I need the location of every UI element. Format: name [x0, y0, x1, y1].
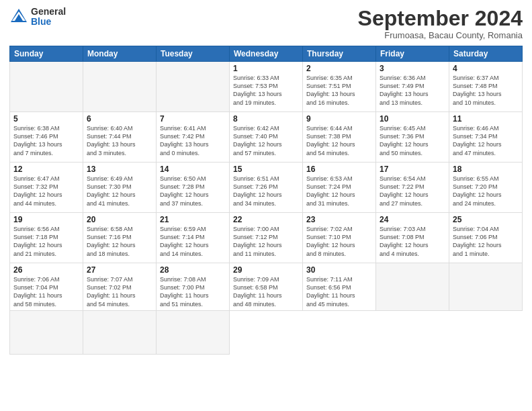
day-number: 17 — [380, 165, 445, 174]
day-cell-3: 3 Sunrise: 6:36 AMSunset: 7:49 PMDayligh… — [376, 62, 449, 112]
day-info: Sunrise: 7:02 AMSunset: 7:10 PMDaylight:… — [306, 225, 372, 258]
header-sunday: Sunday — [10, 46, 83, 62]
empty-cell — [157, 310, 230, 354]
day-cell-14: 14 Sunrise: 6:50 AMSunset: 7:28 PMDaylig… — [157, 163, 230, 213]
day-cell-11: 11 Sunrise: 6:46 AMSunset: 7:34 PMDaylig… — [449, 112, 523, 163]
day-info: Sunrise: 7:06 AMSunset: 7:04 PMDaylight:… — [13, 275, 79, 308]
day-info: Sunrise: 6:58 AMSunset: 7:16 PMDaylight:… — [87, 225, 152, 258]
day-cell-10: 10 Sunrise: 6:45 AMSunset: 7:36 PMDaylig… — [376, 112, 449, 163]
day-number: 25 — [453, 215, 519, 224]
header-friday: Friday — [376, 46, 449, 62]
header-thursday: Thursday — [303, 46, 376, 62]
empty-cell — [10, 310, 83, 354]
day-info: Sunrise: 6:40 AMSunset: 7:44 PMDaylight:… — [87, 124, 152, 157]
day-number: 26 — [13, 265, 79, 275]
day-number: 13 — [87, 165, 152, 174]
day-number: 10 — [380, 114, 445, 124]
day-info: Sunrise: 6:41 AMSunset: 7:42 PMDaylight:… — [160, 124, 226, 157]
day-info: Sunrise: 6:46 AMSunset: 7:34 PMDaylight:… — [453, 124, 519, 157]
day-cell-25: 25 Sunrise: 7:04 AMSunset: 7:06 PMDaylig… — [449, 213, 523, 263]
day-cell-24: 24 Sunrise: 7:03 AMSunset: 7:08 PMDaylig… — [376, 213, 449, 263]
day-cell-9: 9 Sunrise: 6:44 AMSunset: 7:38 PMDayligh… — [303, 112, 376, 163]
day-number: 22 — [233, 215, 299, 224]
day-number: 11 — [453, 114, 519, 124]
day-info: Sunrise: 6:37 AMSunset: 7:48 PMDaylight:… — [453, 74, 519, 107]
header-saturday: Saturday — [449, 46, 523, 62]
day-cell-21: 21 Sunrise: 6:59 AMSunset: 7:14 PMDaylig… — [157, 213, 230, 263]
day-number: 21 — [160, 215, 226, 224]
day-number: 30 — [306, 265, 372, 275]
day-info: Sunrise: 6:44 AMSunset: 7:38 PMDaylight:… — [306, 124, 372, 157]
day-number: 23 — [306, 215, 372, 224]
empty-cell — [83, 62, 157, 112]
day-info: Sunrise: 6:33 AMSunset: 7:53 PMDaylight:… — [233, 74, 299, 107]
day-number: 19 — [13, 215, 79, 224]
day-info: Sunrise: 7:07 AMSunset: 7:02 PMDaylight:… — [87, 275, 152, 308]
day-info: Sunrise: 6:51 AMSunset: 7:26 PMDaylight:… — [233, 175, 299, 208]
day-info: Sunrise: 7:03 AMSunset: 7:08 PMDaylight:… — [380, 225, 445, 258]
day-cell-7: 7 Sunrise: 6:41 AMSunset: 7:42 PMDayligh… — [157, 112, 230, 163]
day-number: 14 — [160, 165, 226, 174]
day-number: 29 — [233, 265, 299, 275]
day-cell-28: 28 Sunrise: 7:08 AMSunset: 7:00 PMDaylig… — [157, 263, 230, 311]
day-info: Sunrise: 7:00 AMSunset: 7:12 PMDaylight:… — [233, 225, 299, 258]
day-info: Sunrise: 7:11 AMSunset: 6:56 PMDaylight:… — [306, 275, 372, 308]
day-info: Sunrise: 6:50 AMSunset: 7:28 PMDaylight:… — [160, 175, 226, 208]
logo-blue-text: Blue — [31, 17, 66, 27]
day-cell-4: 4 Sunrise: 6:37 AMSunset: 7:48 PMDayligh… — [449, 62, 523, 112]
day-info: Sunrise: 7:08 AMSunset: 7:00 PMDaylight:… — [160, 275, 226, 308]
header-tuesday: Tuesday — [157, 46, 230, 62]
day-info: Sunrise: 6:56 AMSunset: 7:18 PMDaylight:… — [13, 225, 79, 258]
day-number: 1 — [233, 64, 299, 73]
day-info: Sunrise: 6:38 AMSunset: 7:46 PMDaylight:… — [13, 124, 79, 157]
day-info: Sunrise: 6:59 AMSunset: 7:14 PMDaylight:… — [160, 225, 226, 258]
month-title: September 2024 — [358, 7, 523, 30]
day-cell-22: 22 Sunrise: 7:00 AMSunset: 7:12 PMDaylig… — [230, 213, 303, 263]
calendar-row-5: 26 Sunrise: 7:06 AMSunset: 7:04 PMDaylig… — [10, 263, 523, 311]
logo-general-text: General — [31, 7, 66, 17]
day-cell-16: 16 Sunrise: 6:53 AMSunset: 7:24 PMDaylig… — [303, 163, 376, 213]
logo-icon — [9, 7, 28, 26]
day-cell-27: 27 Sunrise: 7:07 AMSunset: 7:02 PMDaylig… — [83, 263, 157, 311]
day-info: Sunrise: 6:49 AMSunset: 7:30 PMDaylight:… — [87, 175, 152, 208]
day-cell-30: 30 Sunrise: 7:11 AMSunset: 6:56 PMDaylig… — [303, 263, 376, 311]
calendar-row-6 — [10, 310, 523, 354]
day-cell-17: 17 Sunrise: 6:54 AMSunset: 7:22 PMDaylig… — [376, 163, 449, 213]
day-number: 24 — [380, 215, 445, 224]
day-number: 5 — [13, 114, 79, 124]
header-monday: Monday — [83, 46, 157, 62]
day-cell-1: 1 Sunrise: 6:33 AMSunset: 7:53 PMDayligh… — [230, 62, 303, 112]
empty-cell — [376, 263, 449, 311]
day-number: 27 — [87, 265, 152, 275]
empty-cell — [449, 263, 523, 311]
day-info: Sunrise: 7:09 AMSunset: 6:58 PMDaylight:… — [233, 275, 299, 308]
day-number: 4 — [453, 64, 519, 73]
logo: General Blue — [9, 7, 66, 28]
day-info: Sunrise: 6:36 AMSunset: 7:49 PMDaylight:… — [380, 74, 445, 107]
day-number: 2 — [306, 64, 372, 73]
location-subtitle: Frumoasa, Bacau County, Romania — [358, 30, 523, 40]
calendar-row-1: 1 Sunrise: 6:33 AMSunset: 7:53 PMDayligh… — [10, 62, 523, 112]
day-info: Sunrise: 7:04 AMSunset: 7:06 PMDaylight:… — [453, 225, 519, 258]
day-cell-8: 8 Sunrise: 6:42 AMSunset: 7:40 PMDayligh… — [230, 112, 303, 163]
day-number: 3 — [380, 64, 445, 73]
day-cell-29: 29 Sunrise: 7:09 AMSunset: 6:58 PMDaylig… — [230, 263, 303, 311]
day-info: Sunrise: 6:35 AMSunset: 7:51 PMDaylight:… — [306, 74, 372, 107]
day-cell-26: 26 Sunrise: 7:06 AMSunset: 7:04 PMDaylig… — [10, 263, 83, 311]
day-cell-23: 23 Sunrise: 7:02 AMSunset: 7:10 PMDaylig… — [303, 213, 376, 263]
title-block: September 2024 Frumoasa, Bacau County, R… — [358, 7, 523, 40]
day-number: 9 — [306, 114, 372, 124]
day-number: 28 — [160, 265, 226, 275]
calendar-row-4: 19 Sunrise: 6:56 AMSunset: 7:18 PMDaylig… — [10, 213, 523, 263]
day-info: Sunrise: 6:54 AMSunset: 7:22 PMDaylight:… — [380, 175, 445, 208]
day-info: Sunrise: 6:45 AMSunset: 7:36 PMDaylight:… — [380, 124, 445, 157]
day-cell-12: 12 Sunrise: 6:47 AMSunset: 7:32 PMDaylig… — [10, 163, 83, 213]
calendar-table: Sunday Monday Tuesday Wednesday Thursday… — [9, 46, 523, 355]
empty-cell — [83, 310, 157, 354]
weekday-header-row: Sunday Monday Tuesday Wednesday Thursday… — [10, 46, 523, 62]
day-number: 7 — [160, 114, 226, 124]
day-number: 16 — [306, 165, 372, 174]
calendar-row-3: 12 Sunrise: 6:47 AMSunset: 7:32 PMDaylig… — [10, 163, 523, 213]
day-cell-6: 6 Sunrise: 6:40 AMSunset: 7:44 PMDayligh… — [83, 112, 157, 163]
day-number: 6 — [87, 114, 152, 124]
